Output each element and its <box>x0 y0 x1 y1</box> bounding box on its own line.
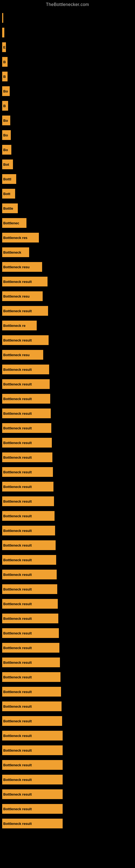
bar-item: Bottleneck result <box>2 818 63 828</box>
bar-row: B <box>2 99 135 113</box>
bars-container: EBBBoBBoBoBoBotBottlBottBottleBottlenecB… <box>0 8 135 834</box>
bar-item: B <box>2 101 8 111</box>
bar-row: Bottleneck result <box>2 450 135 464</box>
bar-item: Bottleneck resu <box>2 291 43 301</box>
bar-row: Bo <box>2 84 135 98</box>
bar-row: Bottleneck result <box>2 538 135 552</box>
bar-item: Bottleneck result <box>2 599 58 609</box>
bar-row: Bottleneck result <box>2 699 135 713</box>
bar-item: Bo <box>2 145 11 155</box>
bar-row: Bottleneck result <box>2 728 135 743</box>
bar-row: Bottleneck result <box>2 743 135 757</box>
bar-item: Bottleneck result <box>2 467 53 477</box>
bar-item: Bot <box>2 159 13 169</box>
bar-item: B <box>2 72 8 82</box>
bar-row: Bottleneck result <box>2 436 135 450</box>
bar-row: E <box>2 40 135 54</box>
bar-item: Bottle <box>2 204 18 213</box>
bar-row: Bottleneck result <box>2 406 135 421</box>
bar-item <box>2 13 3 23</box>
bar-row: Bottleneck result <box>2 714 135 728</box>
bar-row: Bottleneck result <box>2 758 135 772</box>
bar-item: Bottleneck result <box>2 526 55 535</box>
bar-item: Bottleneck result <box>2 306 48 316</box>
bar-item: Bottleneck resu <box>2 350 43 360</box>
bar-item: Bottleneck result <box>2 789 63 799</box>
bar-item: Bottleneck result <box>2 804 63 814</box>
bar-row: Bottleneck result <box>2 611 135 625</box>
bar-row: Bottleneck result <box>2 362 135 376</box>
bar-item: Bottleneck result <box>2 614 58 623</box>
bar-item: Bottleneck result <box>2 687 61 696</box>
bar-item: Bottleneck result <box>2 584 57 594</box>
bar-row: Bot <box>2 157 135 172</box>
bar-row: Bottleneck re <box>2 318 135 333</box>
bar-row <box>2 11 135 25</box>
bar-row: Bottleneck result <box>2 333 135 347</box>
bar-row: Bottl <box>2 172 135 186</box>
bar-item: Bottleneck result <box>2 277 48 286</box>
bar-row: Bottleneck result <box>2 465 135 479</box>
bar-item: Bottleneck result <box>2 745 63 755</box>
bar-row: Bottleneck result <box>2 816 135 831</box>
bar-item: Bottleneck result <box>2 702 61 711</box>
bar-item: Bottleneck resu <box>2 262 42 272</box>
bar-row: Bottleneck result <box>2 421 135 435</box>
bar-item <box>2 28 4 37</box>
bar-row: Bo <box>2 128 135 142</box>
bar-item: Bottleneck result <box>2 423 51 433</box>
bar-item: Bottleneck result <box>2 511 54 521</box>
bar-item: Bottleneck result <box>2 496 54 506</box>
bar-item: Bott <box>2 189 15 198</box>
bar-item: Bottleneck result <box>2 394 50 404</box>
bar-item: Bottleneck res <box>2 233 39 243</box>
bar-row: Bottle <box>2 201 135 215</box>
bar-row: Bottleneck result <box>2 553 135 567</box>
bar-item: Bottlenec <box>2 218 27 228</box>
bar-item: Bottleneck result <box>2 453 52 462</box>
bar-item: Bo <box>2 130 11 140</box>
bar-row: Bottleneck result <box>2 524 135 538</box>
bar-row: Bottleneck resu <box>2 348 135 362</box>
bar-row: Bottleneck result <box>2 494 135 508</box>
bar-row: Bottleneck resu <box>2 260 135 274</box>
bar-item: Bottleneck result <box>2 438 52 447</box>
bar-item: Bottleneck result <box>2 482 53 492</box>
bar-row: Bottleneck result <box>2 275 135 289</box>
bar-item: B <box>2 57 8 67</box>
bar-row: Bottleneck result <box>2 787 135 801</box>
bar-row: Bottleneck result <box>2 567 135 582</box>
site-title: TheBottlenecker.com <box>0 0 135 8</box>
bar-row: Bottleneck result <box>2 392 135 406</box>
bar-row: Bott <box>2 187 135 201</box>
bar-row: Bottleneck result <box>2 377 135 391</box>
bar-item: Bottleneck result <box>2 628 59 638</box>
bar-item: Bottleneck result <box>2 716 62 726</box>
bar-item: Bottleneck result <box>2 731 63 741</box>
bar-item: Bottleneck result <box>2 775 63 784</box>
bar-item: Bottleneck result <box>2 760 63 770</box>
bar-item: Bottleneck result <box>2 555 56 565</box>
bar-item: Bottleneck result <box>2 540 56 550</box>
bar-row: B <box>2 69 135 84</box>
bar-row: Bottleneck result <box>2 685 135 699</box>
bar-item: Bo <box>2 116 10 125</box>
bar-row <box>2 26 135 40</box>
bar-row: Bottleneck result <box>2 655 135 670</box>
bar-row: Bottleneck result <box>2 509 135 523</box>
bar-item: Bottleneck result <box>2 335 49 345</box>
bar-row: Bottleneck resu <box>2 289 135 303</box>
bar-row: Bottleneck result <box>2 582 135 596</box>
bar-row: Bottleneck result <box>2 626 135 640</box>
bar-item: Bottleneck re <box>2 321 37 330</box>
bar-item: Bottl <box>2 174 16 184</box>
bar-row: Bo <box>2 113 135 127</box>
bar-row: Bottleneck res <box>2 230 135 245</box>
bar-row: Bottleneck result <box>2 641 135 655</box>
bar-row: Bottlenec <box>2 216 135 230</box>
bar-row: Bottleneck result <box>2 597 135 611</box>
bar-item: Bottleneck result <box>2 379 50 389</box>
bar-item: Bo <box>2 86 10 96</box>
bar-row: Bottleneck result <box>2 304 135 318</box>
bar-item: Bottleneck result <box>2 672 60 682</box>
